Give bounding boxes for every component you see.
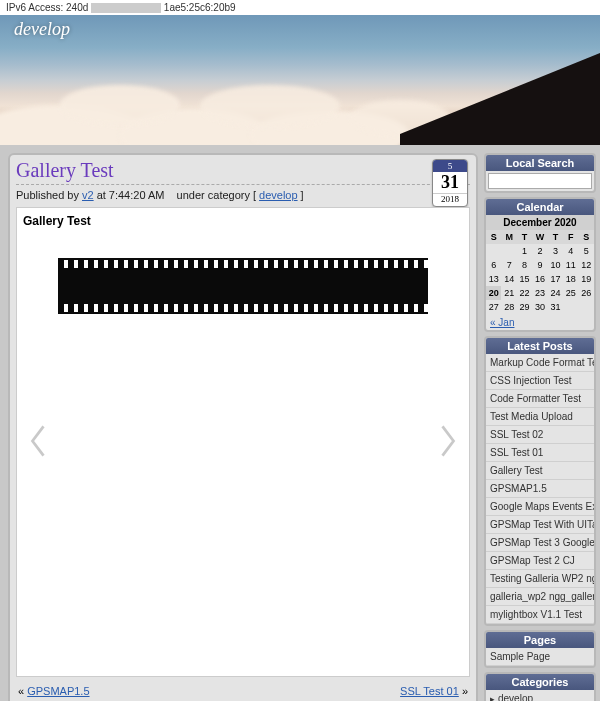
pages-list: Sample Page xyxy=(486,648,594,666)
calendar-day[interactable]: 30 xyxy=(532,300,547,314)
next-post-link[interactable]: SSL Test 01 xyxy=(400,685,459,697)
list-item[interactable]: Testing Galleria WP2 ngg_gallery xyxy=(486,570,594,588)
calendar-day[interactable]: 2 xyxy=(532,244,547,258)
gallery-next-button[interactable] xyxy=(437,421,459,461)
chevron-left-icon xyxy=(27,421,49,461)
local-search-title: Local Search xyxy=(486,155,594,171)
categories-title: Categories xyxy=(486,674,594,690)
category-link[interactable]: develop xyxy=(259,189,298,201)
post-header: Gallery Test Published by v2 at 7:44:20 … xyxy=(16,159,470,207)
calendar-day[interactable]: 15 xyxy=(517,272,532,286)
prev-post: « GPSMAP1.5 xyxy=(18,685,90,697)
calendar-day[interactable]: 5 xyxy=(579,244,594,258)
calendar-dow: S xyxy=(579,230,594,244)
calendar-day[interactable]: 14 xyxy=(501,272,516,286)
bracket-open: [ xyxy=(253,189,256,201)
calendar-day[interactable]: 16 xyxy=(532,272,547,286)
pages-widget: Pages Sample Page xyxy=(484,630,596,668)
ipv6-prefix: 240d xyxy=(66,2,88,13)
calendar-day[interactable]: 12 xyxy=(579,258,594,272)
ipv6-label: IPv6 Access: xyxy=(6,2,63,13)
under-category-label: under category xyxy=(177,189,250,201)
calendar-day[interactable]: 6 xyxy=(486,258,501,272)
list-item[interactable]: SSL Test 02 xyxy=(486,426,594,444)
author-link[interactable]: v2 xyxy=(82,189,94,201)
post-title[interactable]: Gallery Test xyxy=(16,159,470,182)
list-item[interactable]: Test Media Upload xyxy=(486,408,594,426)
calendar-dow: S xyxy=(486,230,501,244)
list-item[interactable]: GPSMap Test 2 CJ xyxy=(486,552,594,570)
list-item[interactable]: mylightbox V1.1 Test xyxy=(486,606,594,624)
gallery-prev-button[interactable] xyxy=(27,421,49,461)
local-search-widget: Local Search xyxy=(484,153,596,193)
calendar-week-row: 12345 xyxy=(486,244,594,258)
list-item[interactable]: Markup Code Format Test xyxy=(486,354,594,372)
main-column: Gallery Test Published by v2 at 7:44:20 … xyxy=(8,153,478,701)
list-item[interactable]: Code Formatter Test xyxy=(486,390,594,408)
post-content: Gallery Test xyxy=(16,207,470,677)
published-by-label: Published by xyxy=(16,189,79,201)
prev-marker: « xyxy=(18,685,24,697)
calendar-day[interactable]: 23 xyxy=(532,286,547,300)
calendar-day[interactable]: 19 xyxy=(579,272,594,286)
list-item[interactable]: CSS Injection Test xyxy=(486,372,594,390)
search-input[interactable] xyxy=(488,173,592,189)
calendar-week-row: 2728293031 xyxy=(486,300,594,314)
calendar-day[interactable]: 11 xyxy=(563,258,578,272)
site-banner: develop xyxy=(0,15,600,145)
list-item[interactable]: GPSMap Test 3 Google xyxy=(486,534,594,552)
calendar-day xyxy=(501,244,516,258)
calendar-day[interactable]: 22 xyxy=(517,286,532,300)
list-item[interactable]: Gallery Test xyxy=(486,462,594,480)
calendar-dow: W xyxy=(532,230,547,244)
calendar-week-row: 13141516171819 xyxy=(486,272,594,286)
calendar-day[interactable]: 18 xyxy=(563,272,578,286)
calendar-day[interactable]: 4 xyxy=(563,244,578,258)
categories-widget: Categories develop xyxy=(484,672,596,701)
gallery-filmstrip-image[interactable] xyxy=(58,258,428,314)
calendar-day[interactable]: 8 xyxy=(517,258,532,272)
site-title[interactable]: develop xyxy=(14,19,70,40)
calendar-dow: F xyxy=(563,230,578,244)
calendar-week-row: 6789101112 xyxy=(486,258,594,272)
calendar-table: SMTWTFS 12345678910111213141516171819202… xyxy=(486,230,594,314)
calendar-day[interactable]: 20 xyxy=(486,286,501,300)
next-marker: » xyxy=(462,685,468,697)
calendar-day[interactable]: 9 xyxy=(532,258,547,272)
prev-post-link[interactable]: GPSMAP1.5 xyxy=(27,685,89,697)
list-item[interactable]: develop xyxy=(486,690,594,701)
list-item[interactable]: Google Maps Events Explorer xyxy=(486,498,594,516)
calendar-day[interactable]: 13 xyxy=(486,272,501,286)
calendar-day[interactable]: 28 xyxy=(501,300,516,314)
badge-month: 5 xyxy=(433,160,467,172)
list-item[interactable]: galleria_wp2 ngg_gallery=8 xyxy=(486,588,594,606)
calendar-day[interactable]: 26 xyxy=(579,286,594,300)
calendar-day[interactable]: 27 xyxy=(486,300,501,314)
ipv6-suffix: 1ae5:25c6:20b9 xyxy=(164,2,236,13)
calendar-dow: M xyxy=(501,230,516,244)
calendar-day[interactable]: 25 xyxy=(563,286,578,300)
latest-posts-widget: Latest Posts Markup Code Format TestCSS … xyxy=(484,336,596,626)
latest-posts-list: Markup Code Format TestCSS Injection Tes… xyxy=(486,354,594,624)
list-item[interactable]: GPSMap Test With UITab xyxy=(486,516,594,534)
calendar-day[interactable]: 10 xyxy=(548,258,563,272)
calendar-week-row: 20212223242526 xyxy=(486,286,594,300)
calendar-day[interactable]: 21 xyxy=(501,286,516,300)
post-meta: Published by v2 at 7:44:20 AM under cate… xyxy=(16,184,470,201)
calendar-day[interactable]: 17 xyxy=(548,272,563,286)
calendar-day[interactable]: 24 xyxy=(548,286,563,300)
ipv6-access-bar: IPv6 Access: 240d 1ae5:25c6:20b9 xyxy=(0,0,600,15)
calendar-day[interactable]: 31 xyxy=(548,300,563,314)
calendar-day[interactable]: 29 xyxy=(517,300,532,314)
badge-day: 31 xyxy=(433,172,467,193)
list-item[interactable]: SSL Test 01 xyxy=(486,444,594,462)
list-item[interactable]: Sample Page xyxy=(486,648,594,666)
calendar-widget: Calendar December 2020 SMTWTFS 123456789… xyxy=(484,197,596,332)
list-item[interactable]: GPSMAP1.5 xyxy=(486,480,594,498)
calendar-day[interactable]: 7 xyxy=(501,258,516,272)
calendar-prev-link[interactable]: « Jan xyxy=(490,317,514,328)
bracket-close: ] xyxy=(301,189,304,201)
calendar-day[interactable]: 1 xyxy=(517,244,532,258)
calendar-day[interactable]: 3 xyxy=(548,244,563,258)
latest-posts-title: Latest Posts xyxy=(486,338,594,354)
